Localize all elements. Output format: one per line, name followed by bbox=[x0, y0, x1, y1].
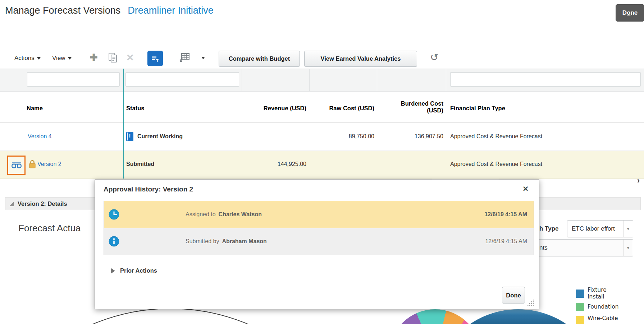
row1-status: Current Working bbox=[137, 133, 183, 140]
legend-label-wire-cable: Wire-Cable bbox=[588, 315, 618, 322]
info-icon bbox=[109, 236, 119, 247]
column-header-burdened-cost[interactable]: Burdened Cost (USD) bbox=[401, 100, 443, 114]
dialog-resize-grip[interactable] bbox=[527, 300, 534, 306]
amounts-select[interactable]: nts ▼ bbox=[523, 239, 633, 256]
legend-label-fixture-install: Fixture Install bbox=[588, 287, 618, 300]
filter-input-name[interactable] bbox=[27, 72, 120, 87]
lock-icon bbox=[29, 159, 36, 168]
clock-icon bbox=[109, 209, 119, 220]
view-earned-value-analytics-button[interactable]: View Earned Value Analytics bbox=[304, 51, 417, 67]
legend-label-foundation: Foundation bbox=[588, 304, 618, 310]
approval-history-list: Assigned toCharles Watson 12/6/19 4:15 A… bbox=[104, 201, 534, 255]
row1-plan-type: Approved Cost & Revenue Forecast bbox=[450, 133, 542, 140]
chevron-down-icon: ▼ bbox=[623, 240, 633, 256]
version-2-link[interactable]: Version 2 bbox=[37, 161, 61, 167]
delete-icon: × bbox=[127, 50, 134, 64]
scroll-right-arrow[interactable]: › bbox=[637, 176, 640, 185]
legend-swatch-wire-cable bbox=[576, 316, 584, 324]
close-icon[interactable]: × bbox=[523, 183, 528, 194]
page-title-text: Manage Forecast Versions bbox=[5, 5, 120, 16]
frozen-column-divider[interactable] bbox=[123, 69, 124, 179]
row2-plan-type: Approved Cost & Revenue Forecast bbox=[450, 161, 542, 167]
duplicate-icon[interactable] bbox=[108, 52, 118, 63]
filter-cell-divider bbox=[309, 69, 310, 91]
column-header-revenue[interactable]: Revenue (USD) bbox=[264, 105, 306, 112]
header-divider bbox=[0, 122, 644, 122]
history-person: Charles Watson bbox=[219, 211, 262, 217]
filter-cell-divider bbox=[446, 69, 446, 91]
expand-triangle-icon bbox=[111, 268, 115, 274]
chevron-down-icon: ▼ bbox=[623, 221, 633, 237]
done-button-top[interactable]: Done bbox=[616, 4, 644, 22]
chevron-down-icon bbox=[68, 57, 72, 60]
filter-table-icon bbox=[151, 54, 160, 63]
compare-with-budget-button[interactable]: Compare with Budget bbox=[219, 51, 300, 67]
history-person: Abraham Mason bbox=[222, 238, 266, 244]
forecast-chart-title-partial: Forecast Actua bbox=[18, 223, 81, 234]
column-header-plan-type[interactable]: Financial Plan Type bbox=[450, 105, 505, 112]
row1-burdened-cost: 136,907.50 bbox=[415, 133, 443, 140]
page-title: Manage Forecast VersionsDreamliner Initi… bbox=[5, 5, 214, 16]
legend-swatch-fixture-install bbox=[576, 290, 584, 298]
view-menu[interactable]: View bbox=[52, 55, 72, 62]
history-entry-submitted[interactable]: Submitted byAbraham Mason 12/6/19 4:15 A… bbox=[104, 228, 534, 255]
history-timestamp: 12/6/19 4:15 AM bbox=[484, 211, 527, 218]
row1-raw-cost: 89,750.00 bbox=[349, 133, 374, 140]
filter-cell-divider bbox=[242, 69, 242, 91]
toolbar-separator bbox=[213, 51, 213, 66]
dialog-done-button[interactable]: Done bbox=[502, 287, 525, 304]
forecast-pie-chart-outline bbox=[0, 308, 371, 324]
history-timestamp: 12/6/19 4:15 AM bbox=[485, 238, 527, 245]
history-action: Assigned to bbox=[186, 211, 216, 217]
manage-forecast-versions-page: Manage Forecast VersionsDreamliner Initi… bbox=[0, 0, 644, 324]
review-glasses-focus-box[interactable] bbox=[7, 156, 26, 175]
dialog-title: Approval History: Version 2 bbox=[104, 185, 193, 193]
query-by-example-button[interactable] bbox=[147, 51, 163, 66]
column-header-name[interactable]: Name bbox=[27, 105, 43, 112]
graph-type-label-partial: h Type bbox=[539, 225, 559, 232]
row2-status: Submitted bbox=[126, 161, 154, 167]
version-4-link[interactable]: Version 4 bbox=[28, 133, 52, 140]
table-row-selected[interactable] bbox=[0, 151, 644, 179]
filter-cell-divider bbox=[377, 69, 377, 91]
filter-input-status[interactable] bbox=[125, 72, 239, 87]
current-working-icon: ! bbox=[126, 132, 133, 141]
actions-menu[interactable]: Actions bbox=[14, 55, 41, 62]
chevron-down-icon bbox=[37, 57, 41, 60]
graph-type-select[interactable]: ETC labor effort ▼ bbox=[567, 220, 633, 237]
history-entry-assigned[interactable]: Assigned toCharles Watson 12/6/19 4:15 A… bbox=[104, 201, 534, 228]
disclosure-triangle-icon bbox=[9, 202, 14, 206]
project-link[interactable]: Dreamliner Initiative bbox=[128, 5, 214, 16]
column-header-status[interactable]: Status bbox=[126, 105, 144, 112]
row2-revenue: 144,925.00 bbox=[278, 161, 306, 167]
toolbar-dropdown-arrow[interactable] bbox=[201, 57, 205, 59]
refresh-icon[interactable]: ↻ bbox=[430, 51, 438, 63]
column-header-raw-cost[interactable]: Raw Cost (USD) bbox=[329, 105, 374, 112]
add-icon[interactable]: ✚ bbox=[90, 53, 98, 62]
approval-history-dialog: Approval History: Version 2 × Assigned t… bbox=[95, 179, 539, 309]
detach-icon[interactable] bbox=[179, 52, 190, 63]
filter-input-plan-type[interactable] bbox=[450, 72, 641, 87]
prior-actions-toggle[interactable]: Prior Actions bbox=[111, 267, 157, 274]
cost-pie-chart-partial bbox=[389, 309, 481, 324]
legend-swatch-foundation bbox=[576, 303, 584, 311]
history-action: Submitted by bbox=[186, 238, 219, 244]
glasses-icon bbox=[11, 162, 22, 169]
details-section-title: Version 2: Details bbox=[18, 200, 67, 207]
